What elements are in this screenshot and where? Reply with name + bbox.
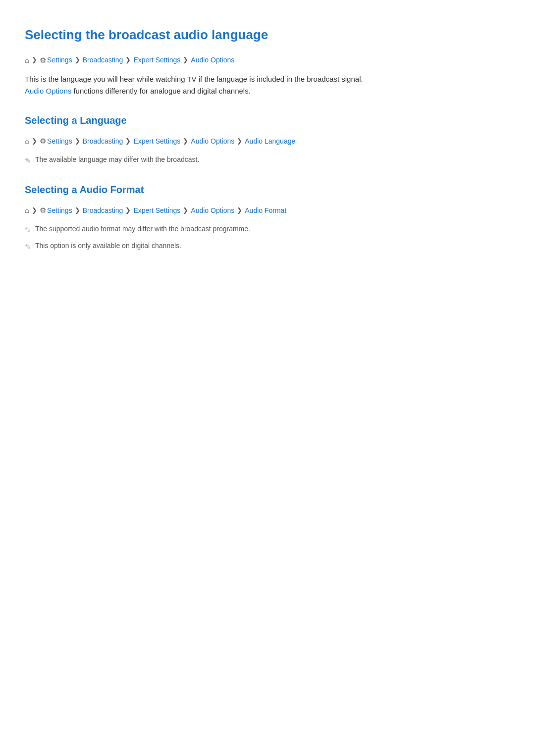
sep-af3: ❯ xyxy=(125,205,131,216)
section-audio-format: Selecting a Audio Format ⌂ ❯ ⚙ Settings … xyxy=(25,182,510,253)
sep3: ❯ xyxy=(125,55,131,65)
af-bc-expert-settings: Expert Settings xyxy=(133,205,180,216)
gear-icon-2: ⚙ xyxy=(40,135,46,147)
audio-format-note-text-2: This option is only available on digital… xyxy=(35,240,181,251)
audio-format-note-1: ✎ The supported audio format may differ … xyxy=(25,223,510,236)
main-breadcrumb: ⌂ ❯ ⚙ Settings ❯ Broadcasting ❯ Expert S… xyxy=(25,54,510,66)
sep-af1: ❯ xyxy=(32,205,37,216)
section-language-title: Selecting a Language xyxy=(25,112,510,128)
breadcrumb-audio-options: Audio Options xyxy=(191,54,234,65)
section-audio-format-title: Selecting a Audio Format xyxy=(25,182,510,198)
sep4: ❯ xyxy=(183,55,188,65)
sep-af4: ❯ xyxy=(183,205,188,216)
audio-format-breadcrumb: ⌂ ❯ ⚙ Settings ❯ Broadcasting ❯ Expert S… xyxy=(25,204,510,216)
home-icon-2: ⌂ xyxy=(25,135,29,147)
af-bc-audio-format: Audio Format xyxy=(245,205,286,216)
language-breadcrumb: ⌂ ❯ ⚙ Settings ❯ Broadcasting ❯ Expert S… xyxy=(25,135,510,147)
lang-bc-expert-settings: Expert Settings xyxy=(133,136,180,147)
section-select-language: Selecting a Language ⌂ ❯ ⚙ Settings ❯ Br… xyxy=(25,112,510,167)
gear-icon-3: ⚙ xyxy=(40,204,46,216)
audio-format-note-text-1: The supported audio format may differ wi… xyxy=(35,223,250,234)
description-text-part2: functions differently for analogue and d… xyxy=(71,87,251,95)
sep-l4: ❯ xyxy=(183,136,188,147)
sep-l2: ❯ xyxy=(75,136,80,147)
lang-bc-audio-options: Audio Options xyxy=(191,136,234,147)
audio-options-link[interactable]: Audio Options xyxy=(25,87,71,95)
sep2: ❯ xyxy=(75,55,80,65)
language-note: ✎ The available language may differ with… xyxy=(25,154,510,167)
breadcrumb-settings: Settings xyxy=(47,54,72,65)
pencil-icon-2: ✎ xyxy=(25,224,31,236)
home-icon-3: ⌂ xyxy=(25,204,29,216)
audio-format-note-2: ✎ This option is only available on digit… xyxy=(25,240,510,253)
breadcrumb-expert-settings: Expert Settings xyxy=(133,54,180,65)
sep-l3: ❯ xyxy=(125,136,131,147)
home-icon: ⌂ xyxy=(25,54,29,66)
sep-af2: ❯ xyxy=(75,205,80,216)
description: This is the language you will hear while… xyxy=(25,73,510,98)
sep-l5: ❯ xyxy=(237,136,242,147)
lang-bc-audio-language: Audio Language xyxy=(245,136,295,147)
lang-bc-broadcasting: Broadcasting xyxy=(83,136,123,147)
lang-bc-settings: Settings xyxy=(47,136,72,147)
af-bc-broadcasting: Broadcasting xyxy=(83,205,123,216)
af-bc-settings: Settings xyxy=(47,205,72,216)
description-text-part1: This is the language you will hear while… xyxy=(25,75,363,83)
page-title: Selecting the broadcast audio language xyxy=(25,25,510,46)
pencil-icon-3: ✎ xyxy=(25,241,31,253)
sep-l1: ❯ xyxy=(32,136,37,147)
language-note-text: The available language may differ with t… xyxy=(35,154,199,165)
sep-af5: ❯ xyxy=(237,205,242,216)
breadcrumb-broadcasting: Broadcasting xyxy=(83,54,123,65)
gear-icon: ⚙ xyxy=(40,54,46,66)
pencil-icon-1: ✎ xyxy=(25,155,31,167)
sep1: ❯ xyxy=(32,55,37,65)
af-bc-audio-options: Audio Options xyxy=(191,205,234,216)
